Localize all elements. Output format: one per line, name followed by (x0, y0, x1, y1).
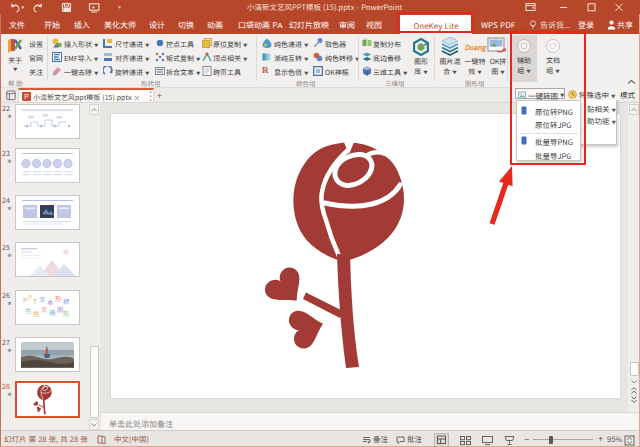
svg-text:状: 状 (63, 296, 70, 306)
svg-text:P: P (24, 93, 29, 100)
svg-text:T: T (33, 296, 37, 306)
svg-text:文: 文 (41, 304, 48, 314)
svg-text:色: 色 (25, 305, 32, 315)
svg-text:形: 形 (63, 308, 70, 318)
svg-text:本: 本 (47, 297, 54, 307)
svg-text:P: P (28, 292, 32, 302)
svg-text:画: 画 (49, 307, 56, 317)
svg-text:P: P (23, 295, 27, 305)
svg-text:文: 文 (39, 294, 46, 304)
svg-text:色: 色 (33, 308, 40, 318)
svg-text:形: 形 (55, 293, 62, 303)
